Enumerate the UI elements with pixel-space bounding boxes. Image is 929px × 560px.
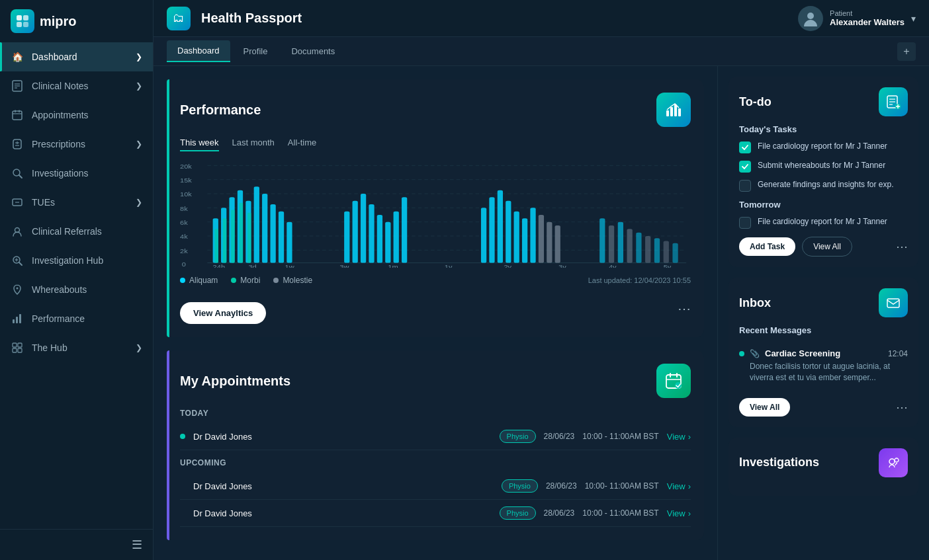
sidebar-item-appointments[interactable]: Appointments <box>0 100 153 130</box>
menu-toggle-button[interactable]: ☰ <box>132 538 142 552</box>
svg-rect-74 <box>385 222 390 263</box>
svg-text:6k: 6k <box>180 220 188 226</box>
view-analytics-button[interactable]: View Anayltics <box>180 302 266 324</box>
main-area: 🗂 Health Passport Patient Alexander Walt… <box>154 0 929 560</box>
user-menu[interactable]: Patient Alexander Walters ▾ <box>798 6 916 31</box>
clinical-notes-icon <box>11 79 24 93</box>
appt-view-button[interactable]: View › <box>667 432 691 442</box>
svg-rect-92 <box>645 236 650 263</box>
svg-rect-89 <box>618 222 623 263</box>
logo-icon <box>11 9 34 33</box>
sidebar-item-whereabouts[interactable]: Whereabouts <box>0 275 153 304</box>
svg-rect-59 <box>254 186 259 262</box>
prescriptions-icon <box>11 138 24 151</box>
svg-rect-61 <box>270 204 275 263</box>
the-hub-icon <box>11 341 24 354</box>
investigations-header: Investigations <box>739 448 908 477</box>
legend-dot <box>180 278 185 283</box>
sidebar-item-performance[interactable]: Performance <box>0 304 153 333</box>
svg-rect-87 <box>599 218 605 262</box>
legend-label: Molestie <box>283 276 312 285</box>
perf-tab-all-time[interactable]: All-time <box>288 138 316 151</box>
perf-tab-this-week[interactable]: This week <box>180 138 219 151</box>
investigations-icon <box>11 167 24 180</box>
svg-text:2y: 2y <box>504 264 511 268</box>
task-item-3: Generate findings and insights for exp. <box>739 179 908 192</box>
svg-rect-0 <box>17 15 22 20</box>
appt-time: 10:00- 11:00AM BST <box>585 481 659 491</box>
inbox-card: Inbox Recent Messages 📎 Cardiac Scre <box>729 278 918 427</box>
performance-more-button[interactable]: ⋯ <box>678 301 691 317</box>
sidebar-item-tues[interactable]: TUEs ❯ <box>0 188 153 217</box>
sidebar-item-investigations[interactable]: Investigations <box>0 159 153 188</box>
svg-rect-36 <box>674 104 677 116</box>
sidebar-item-prescriptions[interactable]: Prescriptions ❯ <box>0 130 153 159</box>
tab-documents[interactable]: Documents <box>281 41 345 61</box>
appt-view-button[interactable]: View › <box>667 481 691 491</box>
sidebar-item-investigation-hub[interactable]: Investigation Hub <box>0 246 153 275</box>
svg-rect-29 <box>13 343 17 347</box>
view-all-tasks-button[interactable]: View All <box>802 237 852 257</box>
inbox-more-button[interactable]: ⋯ <box>896 400 908 415</box>
inbox-header: Inbox <box>739 288 908 317</box>
chevron-icon: ❯ <box>136 81 142 91</box>
chevron-icon: ❯ <box>136 343 142 352</box>
inbox-time: 12:04 <box>888 349 908 358</box>
performance-card: Performance This week Last month All-tim… <box>167 79 704 337</box>
task-checkbox[interactable] <box>739 217 751 229</box>
inbox-msg-header: 📎 Cardiac Screening 12:04 <box>739 348 908 358</box>
svg-text:15k: 15k <box>180 177 192 184</box>
chevron-icon: ❯ <box>136 140 142 149</box>
svg-rect-32 <box>18 348 22 352</box>
task-checkbox[interactable] <box>739 180 751 192</box>
svg-rect-69 <box>344 212 349 263</box>
task-text: Generate findings and insights for exp. <box>758 179 893 190</box>
sidebar-item-clinical-notes[interactable]: Clinical Notes ❯ <box>0 71 153 100</box>
task-checkbox[interactable] <box>739 161 751 173</box>
header: 🗂 Health Passport Patient Alexander Walt… <box>154 0 929 37</box>
appt-time: 10:00 - 11:00AM BST <box>582 508 658 518</box>
sidebar-item-label: Clinical Notes <box>32 81 89 91</box>
right-panel: To-do Today's Tasks <box>717 66 929 560</box>
logo[interactable]: mipro <box>0 0 153 42</box>
svg-rect-83 <box>530 208 535 262</box>
appt-dot-empty <box>180 510 185 516</box>
performance-chart: 20k 15k 10k 8k 6k 4k 2k 0 <box>180 162 691 268</box>
appt-view-button[interactable]: View › <box>667 508 691 518</box>
task-item-2: Submit whereabouts for Mr J Tanner <box>739 160 908 173</box>
today-tasks-label: Today's Tasks <box>739 124 908 134</box>
sidebar-item-label: Prescriptions <box>32 139 85 149</box>
inbox-actions: View All ⋯ <box>739 398 908 417</box>
svg-rect-37 <box>678 108 681 116</box>
inbox-message: 📎 Cardiac Screening 12:04 Donec facilisi… <box>739 342 908 390</box>
sidebar-item-dashboard[interactable]: 🏠 Dashboard ❯ <box>0 42 153 71</box>
appt-time: 10:00 - 11:00AM BST <box>582 432 658 441</box>
sidebar-item-clinical-referrals[interactable]: Clinical Referrals <box>0 217 153 246</box>
user-menu-chevron[interactable]: ▾ <box>911 13 916 24</box>
svg-rect-77 <box>481 208 486 262</box>
svg-line-22 <box>19 262 22 265</box>
sidebar-item-label: Appointments <box>32 110 89 120</box>
appt-badge: Physio <box>500 430 536 443</box>
add-task-button[interactable]: Add Task <box>739 237 795 256</box>
tab-add-button[interactable]: + <box>897 42 916 61</box>
last-updated: Last updated: 12/04/2023 10:55 <box>588 276 691 284</box>
user-info: Patient Alexander Walters <box>830 9 905 27</box>
perf-tab-last-month[interactable]: Last month <box>232 138 275 151</box>
appt-doctor: Dr David Jones <box>193 481 494 491</box>
sidebar-item-the-hub[interactable]: The Hub ❯ <box>0 333 153 362</box>
appt-date: 28/06/23 <box>544 432 575 441</box>
chevron-icon: ❯ <box>136 198 142 207</box>
svg-rect-26 <box>13 319 15 323</box>
todo-more-button[interactable]: ⋯ <box>896 239 908 254</box>
appt-date: 28/06/23 <box>544 508 575 518</box>
svg-point-119 <box>889 459 895 464</box>
view-all-inbox-button[interactable]: View All <box>739 398 790 417</box>
recent-messages-label: Recent Messages <box>739 325 908 335</box>
sidebar-item-label: Investigations <box>32 168 89 179</box>
task-checkbox[interactable] <box>739 141 751 153</box>
tab-profile[interactable]: Profile <box>233 41 279 61</box>
tab-dashboard[interactable]: Dashboard <box>167 40 230 62</box>
appt-badge: Physio <box>500 506 536 520</box>
header-page-icon: 🗂 <box>167 7 191 30</box>
